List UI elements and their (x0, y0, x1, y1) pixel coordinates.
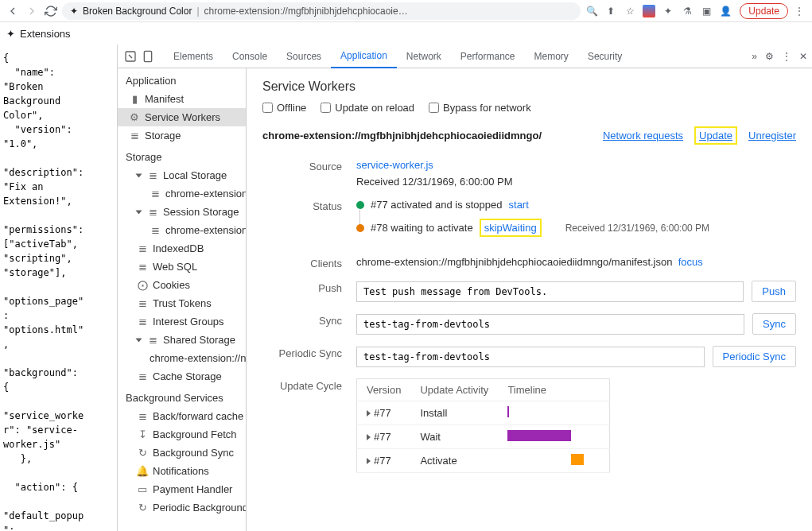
table-row[interactable]: #77 Activate (357, 449, 610, 473)
chevron-right-icon (367, 434, 371, 440)
back-icon[interactable] (5, 3, 21, 19)
token-icon: ≣ (137, 298, 148, 309)
device-icon[interactable] (140, 48, 156, 64)
status-dot-green (356, 201, 364, 209)
sidebar-item-session-child[interactable]: ≣chrome-extension (118, 221, 246, 239)
tab-security[interactable]: Security (578, 45, 631, 68)
periodic-sync-button[interactable]: Periodic Sync (713, 346, 796, 367)
tab-elements[interactable]: Elements (164, 45, 223, 68)
group-storage: Storage (118, 145, 246, 166)
sidebar-item-trust-tokens[interactable]: ≣Trust Tokens (118, 294, 246, 312)
sidebar-item-storage[interactable]: ≣Storage (118, 126, 246, 145)
table-row[interactable]: #77 Install (357, 401, 610, 425)
sidebar-item-interest-groups[interactable]: ≣Interest Groups (118, 312, 246, 331)
sidebar-item-cache-storage[interactable]: ≣Cache Storage (118, 367, 246, 386)
extensions-icon[interactable]: ✦ (660, 3, 676, 19)
unregister-link[interactable]: Unregister (748, 130, 796, 141)
page-url: chrome-extension://mgfbhjnibhjdehcphioca… (204, 6, 408, 17)
profile-icon[interactable]: 👤 (717, 3, 733, 19)
card-icon: ▭ (137, 484, 148, 495)
db-icon: ≣ (147, 170, 158, 181)
update-reload-checkbox[interactable]: Update on reload (321, 102, 414, 114)
search-icon[interactable]: 🔍 (584, 3, 600, 19)
group-bg-services: Background Services (118, 386, 246, 407)
col-activity: Update Activity (410, 379, 498, 401)
bookmark-icon[interactable]: ☆ (622, 3, 638, 19)
bell-icon: 🔔 (137, 466, 148, 477)
devtools-tabs: Elements Console Sources Application Net… (118, 45, 812, 68)
tab-console[interactable]: Console (223, 45, 277, 68)
tab-performance[interactable]: Performance (451, 45, 525, 68)
sidebar-item-local-storage[interactable]: ≣Local Storage (118, 166, 246, 184)
timeline-activate-bar (571, 454, 584, 465)
sidebar-item-service-workers[interactable]: ⚙Service Workers (118, 108, 246, 126)
sidebar-item-cookies[interactable]: ⨀Cookies (118, 276, 246, 294)
labs-icon[interactable]: ⚗ (679, 3, 695, 19)
focus-link[interactable]: focus (678, 256, 703, 268)
tab-memory[interactable]: Memory (525, 45, 578, 68)
sidebar-item-manifest[interactable]: ▮Manifest (118, 90, 246, 108)
panel-icon[interactable]: ▣ (698, 3, 714, 19)
sidebar-item-payment[interactable]: ▭Payment Handler (118, 480, 246, 498)
network-requests-link[interactable]: Network requests (603, 130, 683, 141)
sidebar-item-periodic-bg[interactable]: ↻Periodic Background (118, 498, 246, 517)
menu-icon[interactable]: ⋮ (791, 3, 807, 19)
sync-input[interactable] (356, 314, 744, 335)
sidebar-item-notifications[interactable]: 🔔Notifications (118, 462, 246, 480)
skipwaiting-highlight: skipWaiting (480, 219, 542, 237)
sync-label: Sync (262, 313, 356, 327)
inspect-icon[interactable] (122, 48, 138, 64)
sidebar-item-session-storage[interactable]: ≣Session Storage (118, 203, 246, 221)
ext-icon-1[interactable] (641, 3, 657, 19)
push-label: Push (262, 281, 356, 294)
sync-button[interactable]: Sync (752, 313, 796, 335)
db-icon: ≣ (147, 207, 158, 218)
sidebar-item-indexeddb[interactable]: ≣IndexedDB (118, 239, 246, 258)
update-cycle-label: Update Cycle (262, 378, 356, 392)
sidebar-item-local-child[interactable]: ≣chrome-extension (118, 184, 246, 203)
source-label: Source (262, 159, 356, 172)
start-link[interactable]: start (509, 199, 529, 211)
cookie-icon: ⨀ (137, 280, 148, 291)
sidebar-item-bg-sync[interactable]: ↻Background Sync (118, 444, 246, 462)
checkbox-row: Offline Update on reload Bypass for netw… (262, 102, 796, 114)
source-file-link[interactable]: service-worker.js (356, 159, 433, 171)
more-tabs-icon[interactable]: » (752, 51, 757, 62)
forward-icon[interactable] (24, 3, 40, 19)
puzzle-icon: ✦ (70, 6, 78, 17)
sidebar-item-bfcache[interactable]: ≣Back/forward cache (118, 407, 246, 425)
tab-network[interactable]: Network (397, 45, 451, 68)
push-button[interactable]: Push (752, 281, 796, 302)
tab-application[interactable]: Application (331, 45, 397, 68)
group-application: Application (118, 68, 246, 90)
db-icon: ≣ (137, 262, 148, 273)
table-row[interactable]: #77 Wait (357, 425, 610, 449)
application-sidebar: Application ▮Manifest ⚙Service Workers ≣… (118, 68, 247, 531)
update-link[interactable]: Update (699, 130, 732, 141)
bypass-checkbox[interactable]: Bypass for network (429, 102, 531, 114)
gear-icon[interactable]: ⚙ (765, 51, 774, 62)
chrome-update-button[interactable]: Update (740, 3, 788, 19)
push-input[interactable] (356, 281, 744, 302)
reload-icon[interactable] (43, 3, 59, 19)
sidebar-item-shared-child[interactable]: chrome-extension://n (118, 349, 246, 367)
tab-sources[interactable]: Sources (277, 45, 331, 68)
kebab-icon[interactable]: ⋮ (782, 51, 791, 62)
sidebar-item-websql[interactable]: ≣Web SQL (118, 258, 246, 276)
address-bar[interactable]: ✦ Broken Background Color | chrome-exten… (62, 2, 581, 20)
db-icon: ≣ (137, 243, 148, 254)
sidebar-item-bg-fetch[interactable]: ↧Background Fetch (118, 425, 246, 444)
periodic-sync-label: Periodic Sync (262, 346, 356, 359)
chevron-right-icon (367, 410, 371, 417)
close-icon[interactable]: ✕ (799, 51, 807, 62)
share-icon[interactable]: ⬆ (603, 3, 619, 19)
sidebar-item-shared-storage[interactable]: ≣Shared Storage (118, 331, 246, 349)
status-77: #77 activated and is stopped start (356, 199, 796, 211)
manifest-source: { "name": "Broken Background Color", "ve… (0, 45, 118, 531)
file-icon: ▮ (129, 94, 140, 105)
skipwaiting-link[interactable]: skipWaiting (484, 222, 537, 234)
offline-checkbox[interactable]: Offline (262, 102, 306, 114)
status-label: Status (262, 199, 356, 212)
sw-origin: chrome-extension://mgfbhjnibhjdehcphioca… (262, 130, 603, 141)
periodic-sync-input[interactable] (356, 347, 705, 367)
